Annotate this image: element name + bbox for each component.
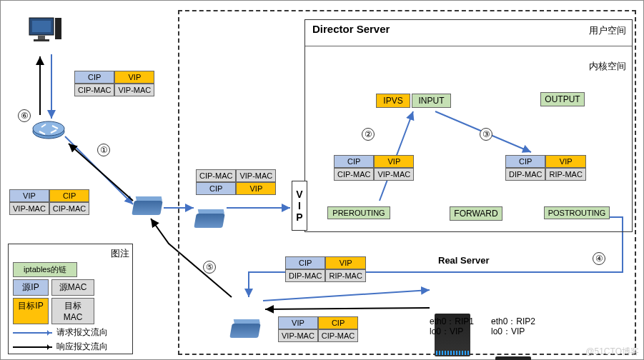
rs2-lo: lo0：VIP [491, 326, 535, 336]
prerouting-chain: PREROUTING [327, 206, 390, 219]
cell-dipmac: DIP-MAC [285, 269, 325, 282]
step-4: ④ [593, 252, 605, 265]
cell-vipmac: VIP-MAC [9, 202, 49, 215]
legend-title: 图注 [11, 247, 129, 260]
cell-cipmac: CIP-MAC [318, 329, 358, 342]
packet-postrouting: CIP VIP DIP-MAC RIP-MAC [505, 155, 586, 181]
packet-to-realserver: CIP VIP DIP-MAC RIP-MAC [285, 256, 366, 282]
diagram-container: CIP VIP CIP-MAC VIP-MAC VIP CIP VIP-MAC … [0, 0, 644, 360]
legend-box: 图注 iptables的链 源IP 源MAC 目标IP 目标MAC 请求报文流向… [8, 244, 133, 354]
svg-rect-12 [38, 36, 45, 39]
cell-dipmac: DIP-MAC [505, 168, 545, 181]
step-6: ⑥ [18, 109, 31, 122]
svg-rect-14 [55, 18, 61, 39]
legend-req-label: 请求报文流向 [56, 326, 108, 339]
cell-cip: CIP [74, 71, 114, 84]
input-chain: INPUT [412, 94, 451, 108]
legend-dst-ip: 目标IP [13, 298, 49, 324]
ipvs-box: IPVS [376, 94, 410, 108]
rs1-lo: lo0：VIP [430, 326, 474, 336]
cell-cip: CIP [505, 155, 545, 168]
step-3: ③ [480, 128, 492, 141]
router-icon [31, 119, 66, 142]
watermark: @51CTO博客 [585, 346, 639, 358]
forward-chain: FORWARD [450, 206, 502, 221]
legend-dst-mac: 目标MAC [51, 298, 94, 324]
client-desktop-icon [28, 16, 64, 51]
vip-interface: VIP [292, 181, 307, 231]
cell-vip: VIP [9, 189, 49, 202]
svg-point-16 [33, 121, 64, 136]
cell-cip: CIP [334, 155, 374, 168]
step-2: ② [362, 128, 375, 141]
switch-1-icon [132, 201, 163, 215]
legend-src-ip: 源IP [13, 279, 49, 296]
director-box: Director Server 用户空间 内核空间 [304, 19, 633, 232]
real-server-2-icon [495, 356, 531, 360]
cell-vip: VIP [374, 155, 414, 168]
cell-vipmac: VIP-MAC [114, 84, 154, 96]
legend-response-flow: 响应报文流向 [13, 341, 128, 353]
space-divider [305, 46, 632, 46]
cell-vip: VIP [278, 316, 318, 329]
cell-vip: VIP [545, 155, 585, 168]
svg-rect-13 [34, 39, 49, 41]
cell-ripmac: RIP-MAC [545, 168, 585, 181]
legend-resp-label: 响应报文流向 [56, 341, 108, 353]
real-server-title: Real Server [438, 255, 490, 266]
cell-vip: VIP [114, 71, 154, 84]
output-chain: OUTPUT [540, 92, 585, 106]
vip-interface-label: VIP [294, 189, 305, 223]
packet-response-1: VIP CIP VIP-MAC CIP-MAC [9, 189, 89, 215]
userspace-label: 用户空间 [589, 24, 626, 37]
svg-rect-11 [32, 21, 51, 32]
step-5: ⑤ [203, 261, 216, 274]
cell-vipmac: VIP-MAC [278, 329, 318, 342]
cell-cipmac: CIP-MAC [334, 168, 374, 181]
cell-ripmac: RIP-MAC [325, 269, 365, 282]
cell-cip: CIP [318, 316, 358, 329]
rs2-eth: eth0：RIP2 [491, 316, 535, 326]
cell-vipmac: VIP-MAC [374, 168, 414, 181]
rs1-labels: eth0：RIP1 lo0：VIP [430, 316, 474, 336]
legend-src-mac: 源MAC [51, 279, 94, 296]
rs2-labels: eth0：RIP2 lo0：VIP [491, 316, 535, 336]
cell-cip: CIP [285, 256, 325, 269]
cell-cip: CIP [49, 189, 89, 202]
director-title: Director Server [312, 23, 390, 35]
packet-client-out: CIP VIP CIP-MAC VIP-MAC [74, 71, 154, 96]
cell-cipmac: CIP-MAC [74, 84, 114, 96]
legend-request-flow: 请求报文流向 [13, 326, 128, 339]
cell-vip: VIP [325, 256, 365, 269]
kernelspace-label: 内核空间 [589, 60, 626, 73]
legend-chain: iptables的链 [13, 262, 77, 277]
step-1: ① [97, 144, 110, 156]
rs1-eth: eth0：RIP1 [430, 316, 474, 326]
postrouting-chain: POSTROUTING [544, 206, 610, 219]
cell-cipmac: CIP-MAC [49, 202, 89, 215]
packet-from-realserver: VIP CIP VIP-MAC CIP-MAC [278, 316, 358, 342]
packet-prerouting: CIP VIP CIP-MAC VIP-MAC [334, 155, 414, 181]
